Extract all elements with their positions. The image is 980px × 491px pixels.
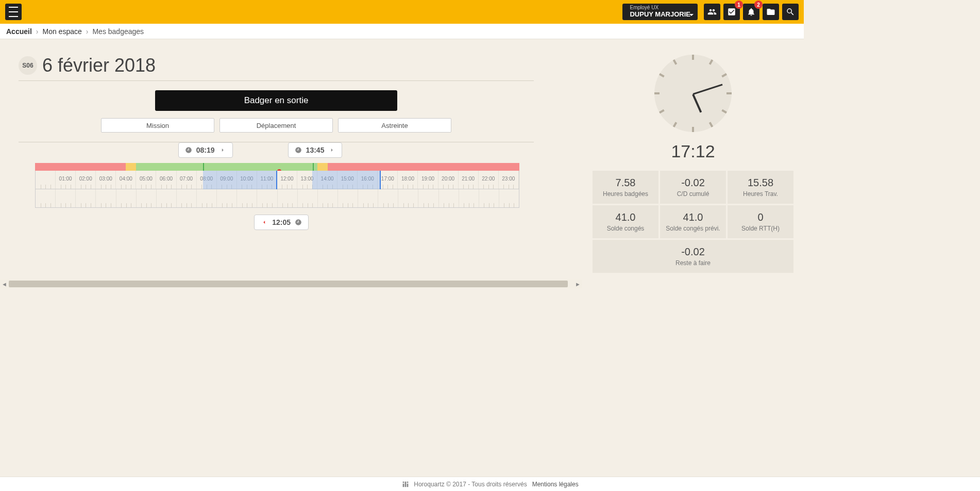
entry-marker[interactable] — [203, 163, 204, 171]
hour-label: 18:00 — [401, 176, 414, 182]
breadcrumb-home[interactable]: Accueil — [6, 27, 32, 36]
hour-label: 17:00 — [381, 176, 394, 182]
breadcrumb: Accueil › Mon espace › Mes badgeages — [0, 24, 804, 39]
work-block — [312, 171, 381, 189]
hour-label: 05:00 — [140, 176, 153, 182]
hour-label: 12:00 — [280, 176, 293, 182]
scroll-left-arrow[interactable]: ◄ — [0, 280, 9, 288]
footer-copyright: Horoquartz © 2017 - Tous droits réservés — [414, 481, 527, 488]
user-menu[interactable]: Employé UX DUPUY MARJORIE — [622, 4, 698, 20]
bell-icon — [747, 7, 756, 17]
badge-out-button[interactable]: Badger en sortie — [155, 90, 397, 111]
entry-bubble[interactable]: 08:19 — [178, 142, 233, 158]
main-panel: S06 6 février 2018 Badger en sortie Miss… — [0, 39, 582, 288]
tasks-badge: 1 — [735, 1, 743, 9]
footer: Horoquartz © 2017 - Tous droits réservés… — [0, 477, 980, 491]
entry-marker[interactable] — [313, 163, 314, 171]
page-title: 6 février 2018 — [42, 55, 156, 76]
breadcrumb-current: Mes badgeages — [92, 27, 144, 36]
stat-card: 7.58Heures badgées — [593, 171, 658, 204]
stat-card-full: -0.02Reste à faire — [593, 240, 793, 273]
tasks-button[interactable]: 1 — [723, 4, 740, 20]
digital-time: 17:12 — [593, 141, 793, 161]
search-icon — [786, 7, 795, 17]
menu-button[interactable] — [5, 4, 22, 20]
hour-label: 07:00 — [180, 176, 193, 182]
footer-legal-link[interactable]: Mentions légales — [532, 481, 579, 488]
notifications-badge: 2 — [754, 1, 763, 9]
timeline-ruler-lower[interactable] — [35, 189, 519, 208]
stat-card: 0Solde RTT(H) — [728, 205, 793, 238]
stat-card: 41.0Solde congés prévi. — [660, 205, 726, 238]
timeline: 01:0002:0003:0004:0005:0006:0007:0008:00… — [35, 163, 519, 208]
hour-label: 21:00 — [462, 176, 475, 182]
timeline-segment — [328, 163, 519, 171]
timeline-color-bar — [35, 163, 519, 171]
stat-card: 15.58Heures Trav. — [728, 171, 793, 204]
timeline-segment — [136, 163, 318, 171]
scroll-right-arrow[interactable]: ► — [573, 280, 582, 288]
entry-bubble[interactable]: 13:45 — [288, 142, 343, 158]
people-icon — [707, 7, 717, 17]
hour-label: 19:00 — [421, 176, 434, 182]
hour-label: 20:00 — [442, 176, 454, 182]
hour-label: 01:00 — [59, 176, 72, 182]
hour-label: 04:00 — [120, 176, 132, 182]
hour-label: 13:00 — [301, 176, 314, 182]
hour-label: 03:00 — [99, 176, 112, 182]
hour-label: 06:00 — [160, 176, 173, 182]
hour-label: 23:00 — [502, 176, 515, 182]
work-block — [203, 171, 277, 189]
mission-button[interactable]: Mission — [101, 118, 214, 133]
hour-label: 22:00 — [482, 176, 495, 182]
timeline-segment — [35, 163, 126, 171]
chevron-down-icon — [689, 14, 694, 16]
user-name: DUPUY MARJORIE — [630, 10, 690, 19]
stat-card: 41.0Solde congés — [593, 205, 658, 238]
breadcrumb-level2[interactable]: Mon espace — [42, 27, 81, 36]
exit-bubble[interactable]: 12:05 — [254, 215, 309, 230]
side-panel: 17:12 7.58Heures badgées-0.02C/D cumulé1… — [582, 39, 804, 288]
search-button[interactable] — [782, 4, 799, 20]
stats-grid: 7.58Heures badgées-0.02C/D cumulé15.58He… — [593, 171, 793, 273]
logo-icon — [401, 480, 410, 488]
folder-button[interactable] — [763, 4, 779, 20]
week-chip: S06 — [19, 56, 37, 75]
topbar: Employé UX DUPUY MARJORIE 1 2 — [0, 0, 804, 24]
stat-card: -0.02C/D cumulé — [660, 171, 726, 204]
analog-clock — [654, 55, 732, 132]
user-role: Employé UX — [630, 5, 690, 10]
checklist-icon — [727, 7, 736, 17]
hour-label: 02:00 — [79, 176, 92, 182]
timeline-ruler[interactable]: 01:0002:0003:0004:0005:0006:0007:0008:00… — [35, 171, 519, 189]
people-button[interactable] — [704, 4, 720, 20]
notifications-button[interactable]: 2 — [743, 4, 759, 20]
deplacement-button[interactable]: Déplacement — [219, 118, 333, 133]
timeline-segment — [126, 163, 136, 171]
horizontal-scrollbar[interactable]: ◄ ► — [0, 280, 582, 288]
astreinte-button[interactable]: Astreinte — [338, 118, 451, 133]
hamburger-icon — [9, 6, 18, 18]
folder-icon — [766, 7, 775, 17]
timeline-segment — [317, 163, 328, 171]
